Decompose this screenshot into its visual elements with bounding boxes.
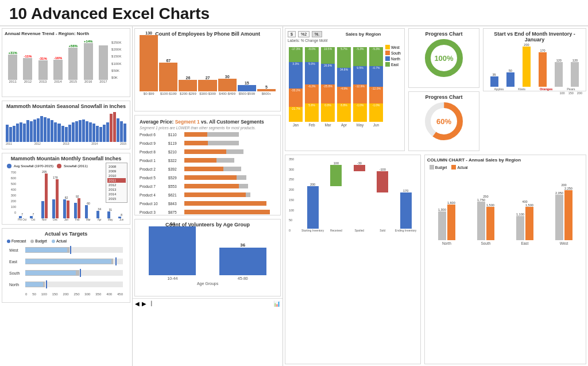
bar-chart-icon[interactable]: 📊 xyxy=(273,300,280,307)
inventory-jan-title: Start vs End of Month Inventory - Januar… xyxy=(486,31,583,43)
sales-region-title: Sales by Region xyxy=(324,32,402,37)
stacked-jun: -5.3% -0.7% -12.0% -1.0% xyxy=(369,47,383,127)
rev-bar-2017: 2017 xyxy=(96,45,110,83)
right-top-section: $ %2 %. Sales by Region Labels: % Change… xyxy=(283,26,588,153)
targets-legend: Forecast Budget Actual xyxy=(5,238,127,244)
monthly-snow-filter[interactable]: 2008 2009 2010 2011 2012 2013 2014 2015 xyxy=(106,163,127,203)
avg-row-p6: Product 6 $110 xyxy=(140,131,276,138)
avg-row-p8: Product 8 $210 xyxy=(140,148,276,155)
wf-starting: 200 Starting Inventory xyxy=(301,183,324,232)
next-icon[interactable]: ▶ xyxy=(142,300,146,307)
sales-btn-pct2[interactable]: %2 xyxy=(298,31,310,37)
inventory-jan-labels: Apples Kiwis Oranges Pears xyxy=(486,87,583,91)
west-legend-color xyxy=(385,45,390,49)
ph-bar-300-399: 27 $300-$399 xyxy=(198,76,216,95)
ph-bar-500-599: 15 $500-$599 xyxy=(238,81,256,95)
seasonal-snow-title: Mammoth Mountain Seasonal Snowfall in In… xyxy=(5,103,127,109)
waterfall-y-axis: 350 300 250 200 150 100 50 0 xyxy=(289,157,300,232)
ph-bar-600-plus: 5 $600+ xyxy=(257,85,276,95)
phone-bill-bars: 130 $0-$99 67 $100-$199 26 $200-$29 xyxy=(137,38,278,95)
sales-btn-pct[interactable]: %. xyxy=(312,31,322,37)
filter-2011[interactable]: 2011 xyxy=(107,178,126,183)
sales-btn-dollar[interactable]: $ xyxy=(288,31,296,37)
avg-row-p3: Product 3 $875 xyxy=(140,209,276,215)
main-container: 10 Advanced Excel Charts Annual Revenue … xyxy=(0,0,588,366)
annual-sales-title: COLUMN CHART - Annual Sales by Region xyxy=(427,157,583,163)
revenue-chart-title: Annual Revenue Trend - Region: North xyxy=(5,31,127,36)
snowfall-seasonal-chart: Mammoth Mountain Seasonal Snowfall in In… xyxy=(2,101,130,149)
phone-bill-title: Count of Employees by Phone Bill Amount xyxy=(137,31,278,37)
wf-spoiled: -30 Spoiled xyxy=(349,161,370,232)
annual-sales-bars: 1,300 1,600 North xyxy=(427,171,583,245)
targets-x-axis: 0 50 100 150 200 250 300 350 400 450 xyxy=(5,292,127,296)
sales-region-chart: $ %2 %. Sales by Region Labels: % Change… xyxy=(285,28,405,151)
annual-west: 200 2,050 2,250 xyxy=(547,183,581,245)
filter-2013[interactable]: 2013 xyxy=(107,187,126,192)
filter-2014[interactable]: 2014 xyxy=(107,192,126,197)
north-legend-color xyxy=(385,56,390,61)
donut-2-value: 60% xyxy=(436,117,451,126)
stacked-jan: -17.3% 3.3% -33.2% -21.7% xyxy=(289,47,303,127)
waterfall-chart: 350 300 250 200 150 100 50 0 200 xyxy=(285,155,421,364)
east-legend-color xyxy=(385,62,390,67)
seasonal-snow-x: 2011 2012 2013 2014 2015 xyxy=(5,142,127,145)
target-row-east: East xyxy=(9,257,123,266)
progress-chart-1-title: Progress Chart xyxy=(425,31,462,37)
avg-snow-legend-dot xyxy=(7,164,11,168)
actual-legend-rect xyxy=(451,165,456,169)
annual-north: 1,300 1,600 North xyxy=(430,201,464,245)
inventory-jan-chart: Start vs End of Month Inventory - Januar… xyxy=(483,28,586,91)
rev-bar-2013: -31% 2013 xyxy=(36,57,50,83)
wf-received: 100 Received xyxy=(325,161,347,232)
donut-1-container: 100% xyxy=(424,38,464,78)
volunteers-chart: Count of Volunteers by Age Group 64 10-4… xyxy=(134,219,281,296)
progress-chart-2: Progress Chart 60% xyxy=(408,91,479,151)
ph-bar-400-499: 30 $400-$499 xyxy=(218,75,237,95)
volunteers-x-title: Age Groups xyxy=(137,282,278,286)
volunteers-bars: 64 10-44 36 45-80 xyxy=(137,229,278,280)
forecast-legend-dot xyxy=(7,240,10,243)
annual-sales-legend: Budget Actual xyxy=(427,164,583,171)
targets-rows: West East xyxy=(5,244,127,292)
avg-row-p5: Product 5 $529 xyxy=(140,174,276,181)
ph-bar-200-299: 26 $200-$299 xyxy=(179,76,197,95)
wf-ending: 170 Ending Inventory xyxy=(394,189,416,232)
filter-2010[interactable]: 2010 xyxy=(107,174,126,178)
filter-2008[interactable]: 2008 xyxy=(107,164,126,169)
filter-2015[interactable]: 2015 xyxy=(107,197,126,201)
sales-region-header: $ %2 %. Sales by Region xyxy=(288,31,402,37)
donut-1-value: 100% xyxy=(434,54,453,63)
prev-icon[interactable]: ◀ xyxy=(135,300,140,307)
budget-legend-dot xyxy=(30,240,34,243)
rev-bar-2012: -11% 2012 xyxy=(21,55,34,83)
nav-bar: ◀ ▶ ▎ 📊 xyxy=(133,298,283,309)
avg-price-title: Average Price: Segment 1 vs. All Custome… xyxy=(137,118,278,126)
avg-row-p2: Product 2 $392 xyxy=(140,165,276,172)
seasonal-snow-bars xyxy=(5,110,127,142)
ph-bar-100-199: 67 $100-$199 xyxy=(159,59,177,95)
stacked-apr: 5.7% 34.8% -4.9% 8.8% xyxy=(337,47,351,127)
page-title: 10 Advanced Excel Charts xyxy=(9,5,579,23)
target-row-north: North xyxy=(9,280,123,289)
rev-bar-2016: +14% 2016 xyxy=(81,40,95,83)
monthly-chart-area: 700 600 500 400 300 200 100 0 7 xyxy=(5,169,127,221)
avg-price-subtitle: Segment 1 prices are LOWER than other se… xyxy=(137,126,278,131)
avg-price-rows: Product 6 $110 Product 9 $119 xyxy=(137,131,278,215)
revenue-y-axis: $250K $200K $150K $100K $50K $0K xyxy=(111,37,127,86)
filter-2012[interactable]: 2012 xyxy=(107,183,126,187)
title-bar: 10 Advanced Excel Charts xyxy=(0,0,588,26)
sales-stacked-bars: -17.3% 3.3% -33.2% -21.7% xyxy=(288,44,384,127)
annual-sales-chart: COLUMN CHART - Annual Sales by Region Bu… xyxy=(424,155,586,364)
filter-2009[interactable]: 2009 xyxy=(107,169,126,174)
actual-legend-dot xyxy=(52,240,55,243)
south-legend-color xyxy=(385,51,390,55)
phone-bill-chart: Count of Employees by Phone Bill Amount … xyxy=(134,28,281,111)
progress-section: Progress Chart 100% Progress Chart xyxy=(407,26,481,153)
monthly-snow-title: Mammoth Mountain Monthly Snowfall Inches xyxy=(5,156,127,161)
rev-bar-2014: -16% 2014 xyxy=(51,56,65,83)
donut-2-container: 60% xyxy=(424,101,464,141)
progress-chart-2-title: Progress Chart xyxy=(425,94,462,100)
avg-row-p10: Product 10 $843 xyxy=(140,200,276,207)
avg-price-chart: Average Price: Segment 1 vs. All Custome… xyxy=(134,115,281,215)
targets-chart-title: Actual vs Targets xyxy=(5,231,127,237)
